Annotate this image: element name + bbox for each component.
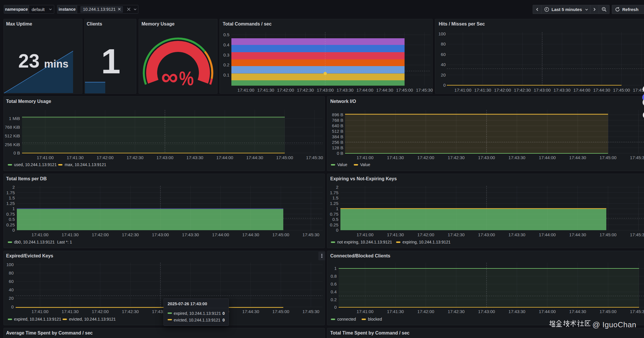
svg-text:0.2: 0.2 <box>223 62 229 67</box>
svg-text:100: 100 <box>438 31 446 36</box>
svg-text:256 KiB: 256 KiB <box>5 142 20 147</box>
svg-text:17:41:00: 17:41:00 <box>32 309 48 314</box>
svg-text:mins: mins <box>44 58 68 70</box>
svg-text:0.4: 0.4 <box>331 289 337 294</box>
svg-text:17:41:00: 17:41:00 <box>32 232 48 237</box>
svg-text:896 B: 896 B <box>332 112 343 117</box>
svg-text:17:43:00: 17:43:00 <box>478 155 495 160</box>
svg-text:0.3: 0.3 <box>223 52 229 57</box>
svg-text:1.25: 1.25 <box>330 201 338 206</box>
svg-text:0: 0 <box>222 318 225 322</box>
svg-text:17:44:30: 17:44:30 <box>593 88 610 92</box>
svg-text:17:43:30: 17:43:30 <box>509 155 525 160</box>
svg-text:17:43:00: 17:43:00 <box>152 232 169 237</box>
svg-text:17:41:30: 17:41:30 <box>474 88 491 92</box>
svg-text:1.5: 1.5 <box>9 195 15 200</box>
svg-text:17:43:30: 17:43:30 <box>337 88 353 92</box>
svg-text:2: 2 <box>12 185 15 190</box>
svg-text:17:44:00: 17:44:00 <box>539 232 556 237</box>
svg-text:17:41:00: 17:41:00 <box>237 88 254 92</box>
svg-text:17:44:00: 17:44:00 <box>574 88 590 92</box>
svg-text:17:42:00: 17:42:00 <box>417 309 434 314</box>
svg-text:17:41:00: 17:41:00 <box>357 232 373 237</box>
svg-text:17:45:30: 17:45:30 <box>630 309 644 314</box>
svg-text:17:45:30: 17:45:30 <box>416 88 433 92</box>
svg-text:expired, 10.244.1.13:9121: expired, 10.244.1.13:9121 <box>14 317 61 321</box>
svg-text:Value: Value <box>360 162 370 167</box>
svg-text:17:41:30: 17:41:30 <box>387 232 404 237</box>
svg-text:0.5: 0.5 <box>332 217 338 222</box>
svg-text:Value: Value <box>337 162 347 167</box>
svg-text:100: 100 <box>6 262 14 267</box>
svg-text:expiring, 10.244.1.13:9121: expiring, 10.244.1.13:9121 <box>402 240 451 244</box>
svg-text:17:42:00: 17:42:00 <box>417 232 434 237</box>
svg-text:0.5: 0.5 <box>223 32 229 37</box>
svg-text:0 B: 0 B <box>13 150 20 155</box>
svg-text:17:41:30: 17:41:30 <box>62 309 79 314</box>
svg-text:40: 40 <box>441 62 446 67</box>
svg-text:17:41:30: 17:41:30 <box>387 309 404 314</box>
svg-text:17:44:30: 17:44:30 <box>569 309 586 314</box>
svg-text:17:43:00: 17:43:00 <box>478 309 495 314</box>
svg-text:0.6: 0.6 <box>331 281 337 286</box>
svg-text:1: 1 <box>12 206 15 211</box>
svg-text:384 B: 384 B <box>332 134 343 139</box>
svg-text:17:45:00: 17:45:00 <box>396 88 413 92</box>
svg-text:17:44:30: 17:44:30 <box>376 88 393 92</box>
svg-text:0.8: 0.8 <box>331 274 337 279</box>
svg-text:used, 10.244.1.13:9121: used, 10.244.1.13:9121 <box>14 162 57 167</box>
svg-text:17:45:00: 17:45:00 <box>600 232 616 237</box>
svg-text:17:42:30: 17:42:30 <box>514 88 531 92</box>
svg-text:17:44:30: 17:44:30 <box>569 232 586 237</box>
svg-text:0 B: 0 B <box>337 151 343 156</box>
svg-text:17:43:00: 17:43:00 <box>534 88 551 92</box>
svg-text:blocked: blocked <box>368 317 382 321</box>
svg-text:17:41:00: 17:41:00 <box>357 309 373 314</box>
svg-text:17:42:30: 17:42:30 <box>122 309 139 314</box>
svg-text:not expiring, 10.244.1.13:9121: not expiring, 10.244.1.13:9121 <box>337 240 392 244</box>
svg-text:0.75: 0.75 <box>6 212 15 217</box>
svg-text:17:45:30: 17:45:30 <box>302 232 319 237</box>
svg-text:0: 0 <box>336 228 338 232</box>
svg-text:20: 20 <box>441 72 446 77</box>
svg-text:0.75: 0.75 <box>330 212 338 217</box>
svg-text:connected: connected <box>337 317 356 321</box>
svg-text:expired, 10.244.1.13:9121: expired, 10.244.1.13:9121 <box>174 311 221 316</box>
svg-text:0: 0 <box>334 305 337 310</box>
svg-text:1 MiB: 1 MiB <box>9 116 20 121</box>
svg-text:40: 40 <box>9 287 14 292</box>
svg-text:17:45:00: 17:45:00 <box>613 88 630 92</box>
svg-text:max, 10.244.1.13:9121: max, 10.244.1.13:9121 <box>65 162 106 167</box>
svg-text:0: 0 <box>443 83 446 88</box>
svg-text:17:43:30: 17:43:30 <box>554 88 570 92</box>
svg-text:17:42:00: 17:42:00 <box>92 309 108 314</box>
svg-text:17:42:00: 17:42:00 <box>417 155 434 160</box>
svg-text:17:45:00: 17:45:00 <box>276 155 293 160</box>
svg-text:17:42:00: 17:42:00 <box>92 232 108 237</box>
svg-text:17:43:30: 17:43:30 <box>509 309 525 314</box>
svg-text:17:42:30: 17:42:30 <box>448 309 465 314</box>
svg-text:17:45:30: 17:45:30 <box>306 155 323 160</box>
svg-text:1.75: 1.75 <box>330 190 338 195</box>
svg-text:evicted, 10.244.1.13:9121: evicted, 10.244.1.13:9121 <box>174 318 220 322</box>
svg-text:evicted, 10.244.1.13:9121: evicted, 10.244.1.13:9121 <box>69 317 116 321</box>
svg-text:17:43:00: 17:43:00 <box>157 155 173 160</box>
svg-text:0.5: 0.5 <box>9 217 15 222</box>
svg-text:17:45:30: 17:45:30 <box>302 309 319 314</box>
svg-text:17:43:30: 17:43:30 <box>182 232 199 237</box>
svg-text:1.25: 1.25 <box>6 201 15 206</box>
svg-text:17:44:30: 17:44:30 <box>242 232 259 237</box>
svg-text:db0, 10.244.1.13:9121: db0, 10.244.1.13:9121 <box>14 240 55 244</box>
svg-text:0.1: 0.1 <box>223 72 229 77</box>
svg-text:17:45:00: 17:45:00 <box>272 309 289 314</box>
svg-text:512 B: 512 B <box>332 129 343 134</box>
svg-text:128 B: 128 B <box>332 145 343 150</box>
svg-text:17:45:00: 17:45:00 <box>600 155 616 160</box>
svg-text:20: 20 <box>9 296 14 301</box>
svg-text:17:43:00: 17:43:00 <box>478 232 495 237</box>
svg-text:1: 1 <box>336 206 338 211</box>
svg-text:17:44:00: 17:44:00 <box>216 155 233 160</box>
svg-text:17:41:00: 17:41:00 <box>37 155 54 160</box>
svg-text:%: % <box>179 67 194 89</box>
svg-text:1.5: 1.5 <box>332 195 338 200</box>
